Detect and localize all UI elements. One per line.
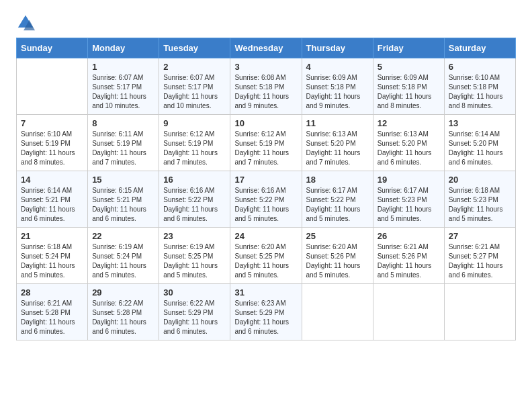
day-info: Sunrise: 6:22 AM Sunset: 5:29 PM Dayligh… bbox=[163, 299, 226, 336]
day-info: Sunrise: 6:22 AM Sunset: 5:28 PM Dayligh… bbox=[92, 299, 154, 336]
day-number: 23 bbox=[163, 231, 226, 241]
day-cell: 26Sunrise: 6:21 AM Sunset: 5:26 PM Dayli… bbox=[373, 228, 444, 284]
day-number: 8 bbox=[92, 118, 154, 128]
day-number: 7 bbox=[21, 118, 83, 128]
header-cell-friday: Friday bbox=[373, 38, 444, 58]
week-row-3: 14Sunrise: 6:14 AM Sunset: 5:21 PM Dayli… bbox=[17, 171, 516, 228]
day-cell: 20Sunrise: 6:18 AM Sunset: 5:23 PM Dayli… bbox=[444, 171, 515, 228]
day-number: 19 bbox=[378, 175, 440, 185]
day-cell: 5Sunrise: 6:09 AM Sunset: 5:18 PM Daylig… bbox=[373, 58, 444, 115]
day-cell: 2Sunrise: 6:07 AM Sunset: 5:17 PM Daylig… bbox=[159, 58, 230, 115]
day-number: 24 bbox=[234, 231, 297, 241]
day-cell: 11Sunrise: 6:13 AM Sunset: 5:20 PM Dayli… bbox=[302, 115, 373, 171]
day-number: 1 bbox=[92, 62, 154, 72]
day-info: Sunrise: 6:21 AM Sunset: 5:28 PM Dayligh… bbox=[21, 299, 83, 336]
header-cell-saturday: Saturday bbox=[444, 38, 515, 58]
day-number: 28 bbox=[21, 287, 83, 298]
day-cell: 12Sunrise: 6:13 AM Sunset: 5:20 PM Dayli… bbox=[373, 115, 444, 171]
day-cell: 15Sunrise: 6:15 AM Sunset: 5:21 PM Dayli… bbox=[88, 171, 159, 228]
day-cell: 7Sunrise: 6:10 AM Sunset: 5:19 PM Daylig… bbox=[17, 115, 88, 171]
day-info: Sunrise: 6:15 AM Sunset: 5:21 PM Dayligh… bbox=[92, 186, 154, 224]
day-info: Sunrise: 6:12 AM Sunset: 5:19 PM Dayligh… bbox=[234, 130, 297, 167]
day-number: 2 bbox=[163, 62, 226, 72]
day-number: 18 bbox=[306, 175, 369, 185]
day-cell: 25Sunrise: 6:20 AM Sunset: 5:26 PM Dayli… bbox=[302, 228, 373, 284]
day-number: 16 bbox=[163, 175, 226, 185]
day-cell: 27Sunrise: 6:21 AM Sunset: 5:27 PM Dayli… bbox=[444, 228, 515, 284]
day-number: 31 bbox=[234, 287, 297, 298]
day-number: 27 bbox=[449, 231, 511, 241]
day-info: Sunrise: 6:19 AM Sunset: 5:24 PM Dayligh… bbox=[92, 242, 154, 280]
header bbox=[16, 13, 516, 32]
week-row-2: 7Sunrise: 6:10 AM Sunset: 5:19 PM Daylig… bbox=[17, 115, 516, 171]
header-cell-sunday: Sunday bbox=[17, 38, 88, 58]
day-number: 5 bbox=[378, 62, 440, 72]
header-cell-wednesday: Wednesday bbox=[230, 38, 302, 58]
day-info: Sunrise: 6:10 AM Sunset: 5:19 PM Dayligh… bbox=[21, 130, 83, 167]
day-cell: 30Sunrise: 6:22 AM Sunset: 5:29 PM Dayli… bbox=[159, 284, 230, 340]
day-cell: 3Sunrise: 6:08 AM Sunset: 5:18 PM Daylig… bbox=[230, 58, 302, 115]
day-cell: 23Sunrise: 6:19 AM Sunset: 5:25 PM Dayli… bbox=[159, 228, 230, 284]
day-info: Sunrise: 6:17 AM Sunset: 5:22 PM Dayligh… bbox=[306, 186, 369, 224]
header-cell-monday: Monday bbox=[88, 38, 159, 58]
calendar-header: SundayMondayTuesdayWednesdayThursdayFrid… bbox=[17, 38, 516, 58]
day-info: Sunrise: 6:18 AM Sunset: 5:23 PM Dayligh… bbox=[449, 186, 511, 224]
day-info: Sunrise: 6:13 AM Sunset: 5:20 PM Dayligh… bbox=[378, 130, 440, 167]
day-number: 4 bbox=[306, 62, 369, 72]
week-row-1: 1Sunrise: 6:07 AM Sunset: 5:17 PM Daylig… bbox=[17, 58, 516, 115]
day-info: Sunrise: 6:16 AM Sunset: 5:22 PM Dayligh… bbox=[234, 186, 297, 224]
header-cell-thursday: Thursday bbox=[302, 38, 373, 58]
day-cell: 1Sunrise: 6:07 AM Sunset: 5:17 PM Daylig… bbox=[88, 58, 159, 115]
day-info: Sunrise: 6:07 AM Sunset: 5:17 PM Dayligh… bbox=[163, 73, 226, 111]
day-number: 13 bbox=[449, 118, 511, 128]
day-cell: 13Sunrise: 6:14 AM Sunset: 5:20 PM Dayli… bbox=[444, 115, 515, 171]
day-number: 10 bbox=[234, 118, 297, 128]
day-info: Sunrise: 6:07 AM Sunset: 5:17 PM Dayligh… bbox=[92, 73, 154, 111]
day-info: Sunrise: 6:08 AM Sunset: 5:18 PM Dayligh… bbox=[234, 73, 297, 111]
day-number: 11 bbox=[306, 118, 369, 128]
day-cell: 21Sunrise: 6:18 AM Sunset: 5:24 PM Dayli… bbox=[17, 228, 88, 284]
day-cell: 14Sunrise: 6:14 AM Sunset: 5:21 PM Dayli… bbox=[17, 171, 88, 228]
day-cell bbox=[302, 284, 373, 340]
day-cell: 10Sunrise: 6:12 AM Sunset: 5:19 PM Dayli… bbox=[230, 115, 302, 171]
day-info: Sunrise: 6:20 AM Sunset: 5:26 PM Dayligh… bbox=[306, 242, 369, 280]
calendar-body: 1Sunrise: 6:07 AM Sunset: 5:17 PM Daylig… bbox=[17, 58, 516, 340]
day-cell: 18Sunrise: 6:17 AM Sunset: 5:22 PM Dayli… bbox=[302, 171, 373, 228]
day-number: 29 bbox=[92, 287, 154, 298]
calendar-table: SundayMondayTuesdayWednesdayThursdayFrid… bbox=[16, 38, 516, 340]
day-number: 15 bbox=[92, 175, 154, 185]
day-number: 22 bbox=[92, 231, 154, 241]
day-number: 21 bbox=[21, 231, 83, 241]
day-info: Sunrise: 6:12 AM Sunset: 5:19 PM Dayligh… bbox=[163, 130, 226, 167]
day-cell: 19Sunrise: 6:17 AM Sunset: 5:23 PM Dayli… bbox=[373, 171, 444, 228]
day-info: Sunrise: 6:16 AM Sunset: 5:22 PM Dayligh… bbox=[163, 186, 226, 224]
day-info: Sunrise: 6:17 AM Sunset: 5:23 PM Dayligh… bbox=[378, 186, 440, 224]
logo bbox=[16, 13, 38, 32]
day-cell: 29Sunrise: 6:22 AM Sunset: 5:28 PM Dayli… bbox=[88, 284, 159, 340]
day-number: 17 bbox=[234, 175, 297, 185]
header-row: SundayMondayTuesdayWednesdayThursdayFrid… bbox=[17, 38, 516, 58]
day-info: Sunrise: 6:21 AM Sunset: 5:26 PM Dayligh… bbox=[378, 242, 440, 280]
day-info: Sunrise: 6:20 AM Sunset: 5:25 PM Dayligh… bbox=[234, 242, 297, 280]
day-number: 9 bbox=[163, 118, 226, 128]
day-info: Sunrise: 6:19 AM Sunset: 5:25 PM Dayligh… bbox=[163, 242, 226, 280]
day-cell bbox=[373, 284, 444, 340]
day-info: Sunrise: 6:18 AM Sunset: 5:24 PM Dayligh… bbox=[21, 242, 83, 280]
day-info: Sunrise: 6:13 AM Sunset: 5:20 PM Dayligh… bbox=[306, 130, 369, 167]
day-cell: 31Sunrise: 6:23 AM Sunset: 5:29 PM Dayli… bbox=[230, 284, 302, 340]
day-number: 25 bbox=[306, 231, 369, 241]
day-cell: 8Sunrise: 6:11 AM Sunset: 5:19 PM Daylig… bbox=[88, 115, 159, 171]
day-info: Sunrise: 6:14 AM Sunset: 5:21 PM Dayligh… bbox=[21, 186, 83, 224]
day-cell: 6Sunrise: 6:10 AM Sunset: 5:18 PM Daylig… bbox=[444, 58, 515, 115]
day-info: Sunrise: 6:11 AM Sunset: 5:19 PM Dayligh… bbox=[92, 130, 154, 167]
day-info: Sunrise: 6:14 AM Sunset: 5:20 PM Dayligh… bbox=[449, 130, 511, 167]
week-row-5: 28Sunrise: 6:21 AM Sunset: 5:28 PM Dayli… bbox=[17, 284, 516, 340]
week-row-4: 21Sunrise: 6:18 AM Sunset: 5:24 PM Dayli… bbox=[17, 228, 516, 284]
day-cell: 9Sunrise: 6:12 AM Sunset: 5:19 PM Daylig… bbox=[159, 115, 230, 171]
header-cell-tuesday: Tuesday bbox=[159, 38, 230, 58]
day-cell: 16Sunrise: 6:16 AM Sunset: 5:22 PM Dayli… bbox=[159, 171, 230, 228]
day-cell bbox=[17, 58, 88, 115]
day-cell: 22Sunrise: 6:19 AM Sunset: 5:24 PM Dayli… bbox=[88, 228, 159, 284]
day-info: Sunrise: 6:10 AM Sunset: 5:18 PM Dayligh… bbox=[449, 73, 511, 111]
day-number: 30 bbox=[163, 287, 226, 298]
